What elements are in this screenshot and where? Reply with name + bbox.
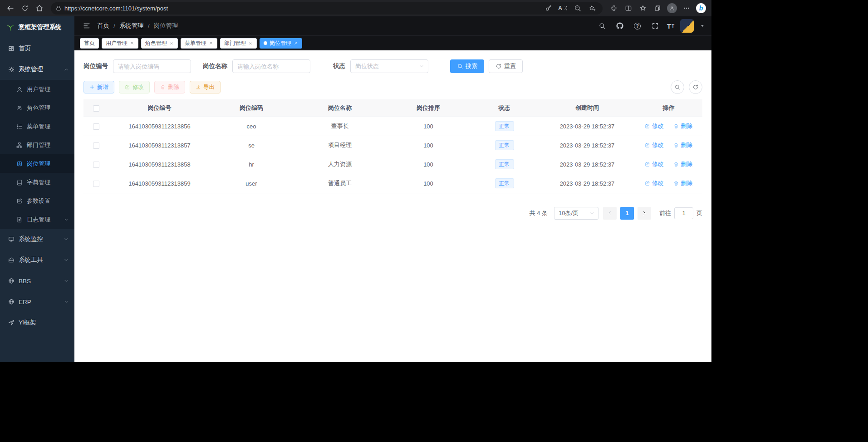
- sidebar-item-erp[interactable]: ERP: [0, 291, 74, 312]
- collections-icon[interactable]: [651, 1, 664, 15]
- sidebar-item-system[interactable]: 系统管理: [0, 59, 74, 80]
- tag-dept-mgmt[interactable]: 部门管理: [220, 38, 257, 49]
- zoom-out-icon[interactable]: [572, 3, 584, 14]
- delete-button[interactable]: 删除: [154, 81, 185, 93]
- row-checkbox[interactable]: [93, 142, 99, 149]
- download-icon: [196, 84, 201, 90]
- row-edit-link[interactable]: 修改: [645, 122, 664, 130]
- tag-home[interactable]: 首页: [80, 38, 99, 49]
- row-delete-link[interactable]: 删除: [673, 122, 692, 130]
- sidebar-item-dept-mgmt[interactable]: 部门管理: [0, 136, 74, 154]
- next-page-button[interactable]: [638, 207, 651, 220]
- font-size-icon[interactable]: TT: [667, 20, 674, 32]
- sidebar-item-param-settings[interactable]: 参数设置: [0, 192, 74, 210]
- edit-button[interactable]: 修改: [119, 81, 150, 93]
- browser-back-button[interactable]: [4, 1, 17, 15]
- row-edit-link[interactable]: 修改: [645, 160, 664, 168]
- edit-icon: [125, 84, 130, 90]
- filter-bar: 岗位编号 岗位名称 状态 岗位状态: [83, 59, 702, 73]
- reset-button[interactable]: 重置: [489, 59, 523, 73]
- row-checkbox[interactable]: [93, 162, 99, 168]
- extensions-icon[interactable]: [607, 1, 621, 15]
- split-screen-icon[interactable]: [622, 1, 635, 15]
- navbar-actions: ? TT: [596, 19, 705, 33]
- sidebar-item-bbs[interactable]: BBS: [0, 270, 74, 291]
- copilot-icon[interactable]: b: [694, 1, 708, 15]
- row-delete-link[interactable]: 删除: [673, 179, 692, 187]
- goto-label: 前往: [659, 209, 671, 217]
- row-delete-link[interactable]: 删除: [673, 160, 692, 168]
- post-code-input[interactable]: [113, 59, 191, 73]
- github-icon[interactable]: [614, 20, 626, 32]
- refresh-icon: [495, 63, 502, 69]
- page-size-select[interactable]: 10条/页: [554, 207, 598, 220]
- sidebar-toggle[interactable]: [81, 20, 93, 32]
- close-icon[interactable]: [169, 41, 174, 45]
- sidebar-item-log-mgmt[interactable]: 日志管理: [0, 210, 74, 229]
- breadcrumb-system[interactable]: 系统管理: [119, 22, 144, 30]
- table-row: 1641030593112313857 se 项目经理 100 正常 2023-…: [83, 136, 702, 155]
- edit-icon: [645, 142, 650, 148]
- breadcrumb-home[interactable]: 首页: [97, 22, 109, 30]
- user-avatar[interactable]: [680, 19, 694, 33]
- close-icon[interactable]: [130, 41, 134, 45]
- sidebar-item-yi-framework[interactable]: Yi框架: [0, 312, 74, 333]
- browser-more-icon[interactable]: [680, 1, 693, 15]
- sidebar-item-tools[interactable]: 系统工具: [0, 250, 74, 270]
- close-icon[interactable]: [209, 41, 213, 45]
- add-button[interactable]: 新增: [83, 81, 114, 93]
- tag-post-mgmt[interactable]: 岗位管理: [260, 38, 302, 49]
- browser-profile-avatar[interactable]: [665, 1, 679, 15]
- sidebar-item-dict-mgmt[interactable]: 字典管理: [0, 173, 74, 192]
- row-delete-link[interactable]: 删除: [673, 141, 692, 149]
- tag-role-mgmt[interactable]: 角色管理: [141, 38, 178, 49]
- page-number-button[interactable]: 1: [620, 207, 634, 220]
- browser-home-button[interactable]: [33, 1, 46, 15]
- tag-menu-mgmt[interactable]: 菜单管理: [181, 38, 217, 49]
- dashboard-icon: [8, 45, 15, 52]
- row-checkbox[interactable]: [93, 181, 99, 187]
- password-key-icon[interactable]: [543, 3, 554, 14]
- favorite-add-icon[interactable]: [586, 3, 598, 14]
- status-select[interactable]: 岗位状态: [350, 59, 428, 73]
- sidebar-item-post-mgmt[interactable]: 岗位管理: [0, 154, 74, 173]
- sidebar-item-monitor[interactable]: 系统监控: [0, 229, 74, 250]
- user-menu-caret-icon[interactable]: [700, 23, 705, 29]
- goto-page-input[interactable]: [674, 207, 693, 219]
- toggle-search-button[interactable]: [671, 80, 684, 94]
- chevron-right-icon: [641, 210, 647, 216]
- tags-view: 首页 用户管理 角色管理 菜单管理 部门管理 岗位管理: [74, 35, 711, 50]
- row-edit-link[interactable]: 修改: [645, 179, 664, 187]
- browser-refresh-button[interactable]: [18, 1, 32, 15]
- sidebar-item-home[interactable]: 首页: [0, 38, 74, 59]
- search-icon: [457, 63, 463, 69]
- document-icon: [16, 216, 23, 223]
- cell-post-code: user: [211, 174, 292, 193]
- favorites-icon[interactable]: [636, 1, 650, 15]
- read-aloud-icon[interactable]: A: [557, 3, 569, 14]
- fullscreen-icon[interactable]: [649, 20, 661, 32]
- header-search-icon[interactable]: [596, 20, 608, 32]
- search-icon: [674, 84, 681, 90]
- sidebar-item-user-mgmt[interactable]: 用户管理: [0, 80, 74, 98]
- sidebar-item-menu-mgmt[interactable]: 菜单管理: [0, 117, 74, 136]
- table-row: 1641030593112313858 hr 人力资源 100 正常 2023-…: [83, 155, 702, 174]
- close-icon[interactable]: [294, 41, 298, 45]
- select-all-checkbox[interactable]: [93, 105, 99, 112]
- sidebar-item-role-mgmt[interactable]: 角色管理: [0, 98, 74, 117]
- post-table: 岗位编号 岗位编码 岗位名称 岗位排序 状态 创建时间 操作: [83, 99, 702, 193]
- close-icon[interactable]: [248, 41, 253, 45]
- address-bar[interactable]: https://ccnetcore.com:1101/system/post A: [51, 2, 603, 15]
- post-name-input[interactable]: [232, 59, 310, 73]
- search-button[interactable]: 搜索: [450, 59, 484, 73]
- pagination: 共 4 条 10条/页 1 前往 页: [83, 207, 702, 220]
- prev-page-button[interactable]: [603, 207, 617, 220]
- row-checkbox[interactable]: [93, 123, 99, 130]
- help-icon[interactable]: ?: [632, 20, 643, 32]
- tag-user-mgmt[interactable]: 用户管理: [102, 38, 138, 49]
- cell-post-id: 1641030593112313856: [108, 117, 211, 136]
- row-edit-link[interactable]: 修改: [645, 141, 664, 149]
- trash-icon: [673, 123, 679, 129]
- refresh-table-button[interactable]: [689, 80, 702, 94]
- export-button[interactable]: 导出: [190, 81, 221, 93]
